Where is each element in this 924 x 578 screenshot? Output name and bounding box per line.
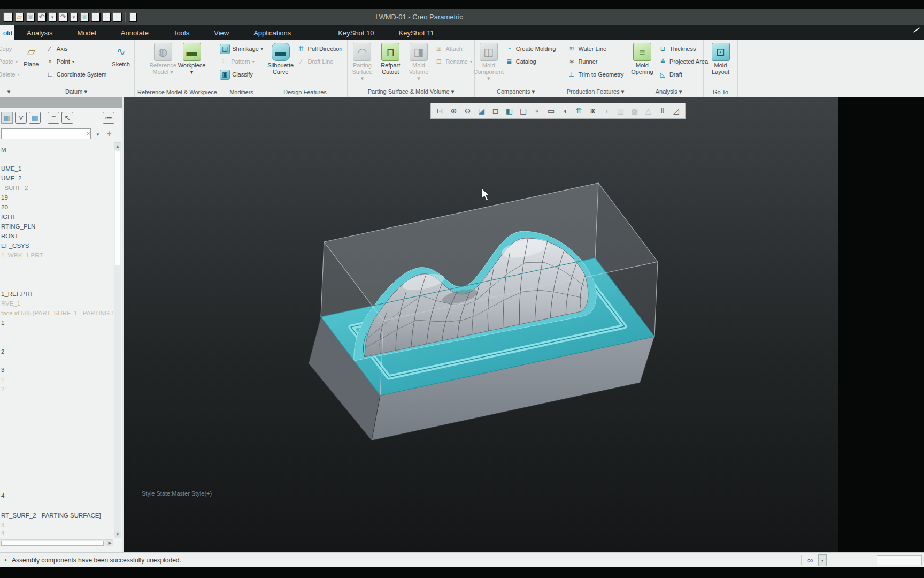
ribbon-group-label[interactable]: ▾: [0, 88, 18, 95]
zoom-out-icon[interactable]: ⊖: [461, 104, 474, 117]
tree-item[interactable]: UME_1: [1, 165, 21, 172]
tree-item[interactable]: IGHT: [1, 214, 16, 220]
tree-item[interactable]: 2: [1, 386, 4, 392]
refit-icon[interactable]: ◪: [475, 104, 488, 117]
scroll-right-icon[interactable]: ▶: [106, 540, 113, 546]
runner-button[interactable]: ∗Runner: [566, 55, 598, 68]
draft-button[interactable]: ◺Draft: [657, 68, 683, 81]
tree-item[interactable]: RT_SURF_2 - PARTING SURFACE]: [1, 512, 101, 519]
pull-direction-button[interactable]: ⇈Pull Direction: [296, 42, 344, 55]
layers-icon[interactable]: ≡: [48, 112, 59, 124]
search-clear-icon[interactable]: ×: [84, 130, 92, 138]
close-window-icon[interactable]: ×: [112, 12, 122, 22]
tree-filter-icon[interactable]: ⋎: [15, 112, 27, 124]
point-button[interactable]: ×Point▾: [44, 55, 75, 68]
copy-button[interactable]: Copy: [0, 42, 13, 55]
vertical-scroll-thumb[interactable]: [115, 151, 120, 265]
display-style-icon[interactable]: ◻: [489, 104, 502, 117]
ribbon-group-label[interactable]: Analysis ▾: [634, 88, 703, 95]
tree-item[interactable]: RONT: [1, 233, 19, 239]
zoom-in-icon[interactable]: ⊕: [447, 104, 460, 117]
redo-dropdown[interactable]: ▾: [70, 12, 78, 22]
ribbon-group-label[interactable]: Production Features ▾: [557, 88, 634, 95]
rename-button[interactable]: ⊟Rename▾: [433, 55, 473, 68]
tree-item[interactable]: 1_REF.PRT: [1, 291, 34, 297]
datum-display-icon[interactable]: ⌖: [530, 104, 544, 117]
attach-button[interactable]: ⊞Attach: [433, 42, 463, 55]
regenerate-icon[interactable]: ▣: [80, 12, 89, 22]
warning-icon[interactable]: △: [642, 104, 655, 117]
parting-surface-button[interactable]: ◠Parting Surface ▾: [349, 41, 376, 82]
ribbon-group-label[interactable]: Datum ▾: [18, 88, 134, 95]
saved-orientations-icon[interactable]: ◧: [503, 104, 516, 117]
tree-item[interactable]: 1_WRK_1.PRT: [1, 252, 43, 258]
axis-button[interactable]: ∕Axis: [44, 42, 69, 55]
explode-icon[interactable]: ⇈: [572, 104, 586, 117]
reference-model-button[interactable]: ◍Reference Model ▾: [149, 41, 177, 75]
refpart-cutout-button[interactable]: ⊓Refpart Cutout: [377, 41, 404, 75]
plane-button[interactable]: ▱Plane: [19, 41, 43, 68]
open-icon[interactable]: ▱: [14, 12, 24, 22]
tab-annotate[interactable]: Annotate: [109, 25, 161, 40]
catalog-button[interactable]: ≣Catalog: [504, 55, 537, 68]
tree-item[interactable]: 19: [1, 194, 8, 201]
tree-options-icon[interactable]: ≔: [103, 112, 114, 124]
tree-item[interactable]: 1: [1, 320, 4, 326]
undo-icon[interactable]: ↶: [37, 12, 47, 22]
scroll-down-icon[interactable]: ▼: [114, 531, 121, 538]
water-line-button[interactable]: ≋Water Line: [566, 42, 607, 55]
new-file-icon[interactable]: ▯: [3, 12, 13, 22]
tree-item[interactable]: 4: [1, 492, 4, 499]
mold-layout-button[interactable]: ⊡Mold Layout: [707, 41, 735, 75]
view-manager-icon[interactable]: ▤: [517, 104, 530, 117]
tab-model[interactable]: Model: [65, 25, 108, 40]
redo-icon[interactable]: ↷: [58, 12, 68, 22]
silhouette-curve-button[interactable]: ▬Silhouette Curve: [267, 41, 295, 75]
sketch-button[interactable]: ∿Sketch: [109, 41, 133, 68]
spin-center-icon[interactable]: ⋇: [586, 104, 599, 117]
search-binoculars-icon[interactable]: ∞: [803, 554, 817, 566]
tab-view[interactable]: View: [202, 25, 241, 40]
shrinkage-button[interactable]: ◲Shrinkage▾: [219, 42, 264, 55]
search-dropdown-icon[interactable]: ▾: [94, 131, 102, 138]
tab-analysis[interactable]: Analysis: [14, 25, 65, 40]
ribbon-group-label[interactable]: Parting Surface & Mold Volume ▾: [348, 88, 474, 95]
tree-item[interactable]: UME_2: [1, 175, 21, 181]
scroll-up-icon[interactable]: ▲: [114, 143, 121, 150]
windows-icon[interactable]: ▣: [91, 12, 101, 22]
pattern-button[interactable]: ∷Pattern▾: [219, 55, 255, 68]
tree-item[interactable]: 4: [1, 530, 4, 536]
qat-customize-dropdown[interactable]: ▾: [129, 12, 137, 22]
classify-button[interactable]: ▣Classify: [219, 68, 254, 81]
tree-item[interactable]: RTING_PLN: [1, 223, 35, 230]
tab-old[interactable]: old: [0, 25, 14, 40]
zoom-window-icon[interactable]: ⊡: [433, 104, 446, 117]
tree-item[interactable]: 3: [1, 522, 4, 528]
tree-item[interactable]: face id 585 [PART_SURF_1 - PARTING SURFA…: [1, 310, 113, 316]
shadow-icon[interactable]: ▩: [628, 104, 641, 117]
ribbon-group-label[interactable]: Components ▾: [475, 88, 557, 95]
windows-dropdown[interactable]: ▾: [102, 12, 111, 22]
section-icon[interactable]: ◖: [558, 104, 572, 117]
save-icon[interactable]: ▣: [26, 12, 35, 22]
tree-item[interactable]: 1: [1, 377, 4, 383]
trim-to-geometry-button[interactable]: ⊥Trim to Geometry: [566, 68, 625, 81]
mold-component-button[interactable]: ◫Mold Component ▾: [475, 41, 503, 82]
horizontal-scroll-thumb[interactable]: [1, 541, 104, 546]
draft-line-button[interactable]: ∕Draft Line: [296, 55, 335, 68]
tree-horizontal-scrollbar[interactable]: ▶: [0, 539, 113, 546]
tree-view-icon[interactable]: ▦: [1, 112, 13, 124]
tree-item[interactable]: _SURF_2: [1, 185, 28, 191]
csys-button[interactable]: ∟Coordinate System: [44, 68, 108, 81]
tree-vertical-scrollbar[interactable]: ▲ ▼: [114, 142, 121, 538]
tab-applications[interactable]: Applications: [241, 25, 303, 40]
sketch-display-icon[interactable]: ◿: [669, 104, 683, 117]
tree-item[interactable]: RVE_1: [1, 300, 20, 307]
projected-area-button[interactable]: ≙Projected Area: [657, 55, 709, 68]
tab-keyshot-10[interactable]: KeyShot 10: [326, 25, 386, 40]
delete-button[interactable]: Delete▾: [0, 68, 20, 81]
tree-item[interactable]: 20: [1, 204, 8, 210]
mold-volume-button[interactable]: ◨Mold Volume ▾: [405, 41, 433, 82]
workpiece-button[interactable]: ▬Workpiece ▾: [178, 41, 206, 75]
tree-columns-icon[interactable]: ▥: [29, 112, 41, 124]
